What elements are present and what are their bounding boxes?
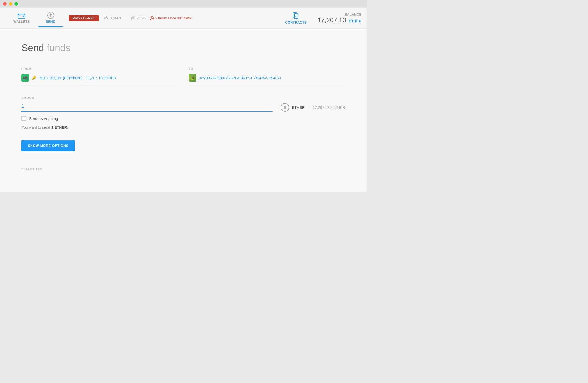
send-everything-checkbox[interactable] [21, 116, 26, 121]
blocks-icon [131, 16, 135, 20]
page-title: Send funds [21, 42, 345, 54]
contracts-label: CONTRACTS [285, 21, 307, 24]
nav-right: CONTRACTS BALANCE 17,207.13 ETHER [285, 12, 361, 24]
page-title-light: funds [44, 42, 70, 53]
amount-input-wrapper [21, 103, 273, 112]
title-bar [0, 0, 367, 8]
key-icon: 🔑 [32, 76, 36, 80]
balance-currency: ETHER [349, 19, 361, 23]
send-everything-label[interactable]: Send everything [29, 116, 58, 121]
wallets-label: WALLETS [13, 20, 30, 24]
private-net-badge: PRIVATE-NET [69, 15, 99, 21]
to-label: TO [189, 67, 345, 70]
to-section: TO 🐢 0xf7B06365E9012592c8c136B71C7a2475c… [189, 67, 345, 85]
from-to-grid: FROM 🎮 🔑 Main account (Etherbase) - 17,2… [21, 67, 345, 85]
from-section: FROM 🎮 🔑 Main account (Etherbase) - 17,2… [21, 67, 178, 85]
from-field[interactable]: 🎮 🔑 Main account (Etherbase) - 17,207.13… [21, 74, 178, 85]
minimize-button[interactable] [9, 2, 12, 6]
wallet-icon [18, 13, 25, 19]
from-label: FROM [21, 67, 178, 70]
currency-name: ETHER [292, 105, 304, 110]
amount-row: ETHER 17,207.125 ETHER [21, 103, 345, 112]
summary-suffix: . [67, 125, 68, 129]
balance-value: 17,207.13 [317, 16, 346, 24]
peers-icon [104, 16, 108, 20]
svg-point-4 [106, 16, 107, 18]
amount-label: AMOUNT [21, 96, 345, 99]
network-info: 0 peers | 3,520 2 hours since last block [104, 16, 191, 20]
blocks-count: 3,520 [137, 16, 146, 20]
close-button[interactable] [3, 2, 7, 6]
clock-icon [150, 16, 154, 20]
time-text: 2 hours since last block [155, 16, 191, 20]
divider: | [126, 16, 126, 20]
currency-selector[interactable]: ETHER [281, 103, 304, 112]
page-title-bold: Send [21, 42, 44, 53]
svg-rect-2 [23, 16, 24, 17]
from-avatar: 🎮 [21, 74, 29, 82]
send-everything-row: Send everything [21, 116, 345, 121]
available-balance: 17,207.125 ETHER [313, 105, 345, 110]
time-info: 2 hours since last block [150, 16, 191, 20]
balance-display: 17,207.13 ETHER [317, 16, 361, 24]
show-more-button[interactable]: SHOW MORE OPTIONS [21, 140, 75, 151]
nav-contracts[interactable]: CONTRACTS [285, 12, 307, 24]
send-icon [47, 12, 54, 19]
amount-section: AMOUNT ETHER 17,207.125 ETHER [21, 96, 345, 129]
peers-count: 0 peers [110, 16, 121, 20]
amount-input[interactable] [21, 103, 273, 109]
main-content: Send funds FROM 🎮 🔑 Main account (Etherb… [0, 29, 367, 191]
send-summary: You want to send 1 ETHER. [21, 125, 345, 129]
to-address: 0xf7B06365E9012592c8c136B71C7a2475c7A94D… [199, 76, 281, 80]
balance-label: BALANCE [345, 13, 361, 16]
ether-icon [283, 105, 287, 110]
contracts-icon [292, 12, 300, 20]
send-label: SEND [46, 20, 55, 24]
to-avatar: 🐢 [189, 74, 196, 82]
to-field[interactable]: 🐢 0xf7B06365E9012592c8c136B71C7a2475c7A9… [189, 74, 345, 85]
summary-amount: 1 ETHER [51, 125, 67, 129]
currency-icon [281, 103, 289, 112]
svg-rect-13 [294, 14, 298, 19]
from-account-name: Main account (Etherbase) - 17,207.13 ETH… [39, 76, 116, 80]
maximize-button[interactable] [14, 2, 18, 6]
select-fee-label: SELECT FEE [21, 168, 345, 171]
summary-prefix: You want to send [21, 125, 51, 129]
navbar: WALLETS SEND PRIVATE-NET 0 peers | [0, 8, 367, 29]
nav-wallets[interactable]: WALLETS [5, 10, 38, 26]
blocks-info: 3,520 [131, 16, 146, 20]
peers-info: 0 peers [104, 16, 121, 20]
nav-send[interactable]: SEND [38, 9, 63, 27]
balance-section: BALANCE 17,207.13 ETHER [317, 13, 361, 24]
